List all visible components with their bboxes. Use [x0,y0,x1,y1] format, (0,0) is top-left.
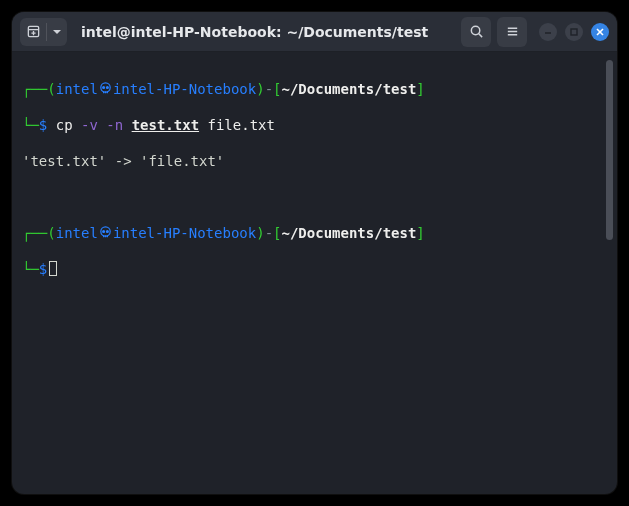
command-flag: -n [106,117,123,133]
prompt-host: intel-HP-Notebook [113,225,256,241]
terminal-window: intel@intel-HP-Notebook: ~/Documents/tes… [12,12,617,494]
prompt-user: intel [56,225,98,241]
command-flag: -v [81,117,98,133]
minimize-icon [543,27,553,37]
new-tab-icon [26,24,41,39]
prompt-path: ~/Documents/test [282,225,417,241]
prompt-symbol: $ [39,261,47,277]
prompt-user: intel [56,81,98,97]
window-controls [539,23,609,41]
svg-point-4 [471,26,479,34]
bracket-close: ] [416,81,424,97]
titlebar: intel@intel-HP-Notebook: ~/Documents/tes… [12,12,617,52]
blank-line [22,188,603,206]
output-line: 'test.txt' -> 'file.txt' [22,152,603,170]
window-title: intel@intel-HP-Notebook: ~/Documents/tes… [73,24,455,40]
terminal-content: ┌──(intelintel-HP-Notebook)-[~/Documents… [22,62,603,484]
svg-point-17 [103,231,105,233]
svg-point-18 [106,231,108,233]
svg-line-5 [478,34,481,37]
svg-point-14 [103,87,105,89]
menu-button[interactable] [497,17,527,47]
prompt-line: ┌──(intelintel-HP-Notebook)-[~/Documents… [22,80,603,98]
bracket-open: [ [273,81,281,97]
command-arg: test.txt [132,117,199,133]
terminal-cursor [49,261,57,276]
kali-skull-icon [98,225,113,240]
prompt-host: intel-HP-Notebook [113,81,256,97]
paren-close: ) [256,81,264,97]
prompt-symbol: $ [39,117,47,133]
chevron-down-icon [52,27,62,37]
maximize-button[interactable] [565,23,583,41]
command-arg: file.txt [199,117,275,133]
paren-open: ( [47,81,55,97]
command-line-empty: └─$ [22,260,603,278]
new-tab-button-group [20,18,67,46]
svg-rect-10 [571,29,577,35]
search-button[interactable] [461,17,491,47]
command-line: └─$ cp -v -n test.txt file.txt [22,116,603,134]
prompt-dash: - [265,81,273,97]
search-icon [469,24,484,39]
new-tab-button[interactable] [20,18,46,46]
close-icon [595,27,605,37]
svg-point-15 [106,87,108,89]
minimize-button[interactable] [539,23,557,41]
scrollbar-thumb[interactable] [606,60,613,240]
command-name: cp [56,117,81,133]
hamburger-menu-icon [505,24,520,39]
maximize-icon [569,27,579,37]
kali-skull-icon [98,81,113,96]
prompt-path: ~/Documents/test [282,81,417,97]
terminal-area[interactable]: ┌──(intelintel-HP-Notebook)-[~/Documents… [12,52,617,494]
prompt-line: ┌──(intelintel-HP-Notebook)-[~/Documents… [22,224,603,242]
close-button[interactable] [591,23,609,41]
new-tab-dropdown[interactable] [47,18,67,46]
